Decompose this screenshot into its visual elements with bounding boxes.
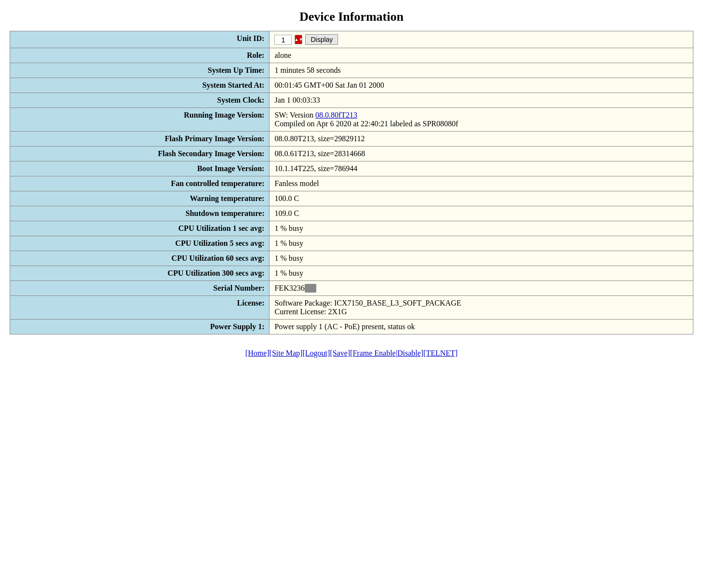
row-value: 1 % busy [270, 251, 693, 266]
row-value: 08.0.80T213, size=29829112 [270, 132, 693, 147]
row-value: 109.0 C [270, 206, 693, 221]
nav-link-0[interactable]: [Home] [245, 349, 270, 357]
row-label: System Clock: [10, 93, 270, 108]
nav-link-3[interactable]: [Save] [330, 349, 350, 357]
row-value: FEK3236 [270, 281, 693, 296]
table-row: Running Image Version:SW: Version 08.0.8… [10, 108, 693, 132]
row-value: SW: Version 08.0.80fT213Compiled on Apr … [270, 108, 693, 132]
device-info-table: Unit ID: ▲▼ Display Role:aloneSystem Up … [10, 31, 693, 334]
row-label: Shutdown temperature: [10, 206, 270, 221]
row-label: CPU Utilization 1 sec avg: [10, 221, 270, 236]
table-row: CPU Utilization 1 sec avg:1 % busy [10, 221, 693, 236]
nav-link-1[interactable]: [Site Map] [270, 349, 303, 357]
nav-link-2[interactable]: [Logout] [302, 349, 330, 357]
table-row: CPU Utilization 5 secs avg:1 % busy [10, 236, 693, 251]
table-row: CPU Utilization 300 secs avg:1 % busy [10, 266, 693, 281]
page-title: Device Information [10, 10, 693, 24]
table-row: Shutdown temperature:109.0 C [10, 206, 693, 221]
unit-id-spinner[interactable]: ▲▼ [295, 35, 302, 44]
row-label: Flash Primary Image Version: [10, 132, 270, 147]
row-label: Role: [10, 48, 270, 63]
row-value: Jan 1 00:03:33 [270, 93, 693, 108]
row-value: Fanless model [270, 176, 693, 191]
table-row: System Started At:00:01:45 GMT+00 Sat Ja… [10, 78, 693, 93]
table-row: Role:alone [10, 48, 693, 63]
table-row: CPU Utilization 60 secs avg:1 % busy [10, 251, 693, 266]
row-label: Running Image Version: [10, 108, 270, 132]
table-row: Boot Image Version:10.1.14T225, size=786… [10, 161, 693, 176]
row-value: Power supply 1 (AC - PoE) present, statu… [270, 320, 693, 334]
row-label: License: [10, 296, 270, 320]
row-label: System Up Time: [10, 63, 270, 78]
table-row: Serial Number:FEK3236 [10, 281, 693, 296]
row-value: 10.1.14T225, size=786944 [270, 161, 693, 176]
row-label: Warning temperature: [10, 191, 270, 206]
version-link[interactable]: 08.0.80fT213 [315, 111, 357, 119]
row-value: 00:01:45 GMT+00 Sat Jan 01 2000 [270, 78, 693, 93]
table-row: Unit ID: ▲▼ Display [10, 31, 693, 48]
row-label: Boot Image Version: [10, 161, 270, 176]
row-label: Fan controlled temperature: [10, 176, 270, 191]
row-label: CPU Utilization 60 secs avg: [10, 251, 270, 266]
row-label: Flash Secondary Image Version: [10, 147, 270, 161]
table-row: Fan controlled temperature:Fanless model [10, 176, 693, 191]
table-row: System Up Time:1 minutes 58 seconds [10, 63, 693, 78]
row-label: Unit ID: [10, 31, 270, 48]
table-row: Flash Primary Image Version:08.0.80T213,… [10, 132, 693, 147]
table-row: System Clock:Jan 1 00:03:33 [10, 93, 693, 108]
row-value[interactable]: ▲▼ Display [270, 31, 693, 48]
row-value: 1 % busy [270, 221, 693, 236]
row-label: CPU Utilization 300 secs avg: [10, 266, 270, 281]
table-row: Flash Secondary Image Version:08.0.61T21… [10, 147, 693, 161]
row-label: CPU Utilization 5 secs avg: [10, 236, 270, 251]
nav-links: [Home][Site Map][Logout][Save][Frame Ena… [10, 349, 693, 358]
row-value: 1 % busy [270, 266, 693, 281]
unit-id-input[interactable] [274, 35, 292, 45]
row-label: Serial Number: [10, 281, 270, 296]
serial-redacted [305, 284, 316, 293]
row-value: 1 minutes 58 seconds [270, 63, 693, 78]
row-value: 100.0 C [270, 191, 693, 206]
row-label: System Started At: [10, 78, 270, 93]
row-value: Software Package: ICX7150_BASE_L3_SOFT_P… [270, 296, 693, 320]
row-label: Power Supply 1: [10, 320, 270, 334]
table-row: Warning temperature:100.0 C [10, 191, 693, 206]
row-value: 08.0.61T213, size=28314668 [270, 147, 693, 161]
display-button[interactable]: Display [305, 34, 338, 45]
row-value: alone [270, 48, 693, 63]
table-row: License:Software Package: ICX7150_BASE_L… [10, 296, 693, 320]
table-row: Power Supply 1:Power supply 1 (AC - PoE)… [10, 320, 693, 334]
nav-link-4[interactable]: [Frame Enable|Disable] [350, 349, 423, 357]
nav-link-5[interactable]: [TELNET] [423, 349, 458, 357]
row-value: 1 % busy [270, 236, 693, 251]
